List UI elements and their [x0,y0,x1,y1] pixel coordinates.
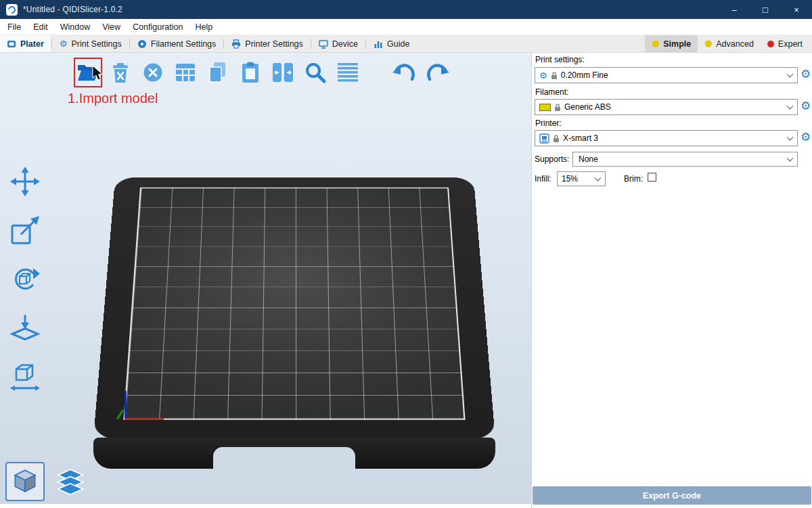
filament-value: Generic ABS [564,102,611,112]
move-button[interactable] [7,163,43,200]
menu-view[interactable]: View [96,19,127,35]
tab-separator [129,39,130,49]
print-settings-combo[interactable]: ⚙ 0.20mm Fine [535,67,798,83]
hexagon-yellow-icon [704,41,712,47]
lock-icon [553,134,560,143]
layer-lines-icon [338,63,358,82]
table-grid-icon [175,63,196,82]
supports-combo[interactable]: None [572,152,798,167]
tab-guide[interactable]: Guide [367,35,416,52]
guide-icon [374,39,383,49]
arrange-button[interactable] [173,60,198,85]
tab-filament-settings[interactable]: Filament Settings [131,35,223,52]
print-settings-value: 0.20mm Fine [561,70,608,80]
filament-gear-button[interactable]: ⚙ [800,100,811,112]
window-title: *Untitled - QIDISlicer-1.0.2 [23,5,122,14]
mode-expert[interactable]: Expert [761,35,809,52]
tab-device[interactable]: Device [312,35,365,52]
paste-button[interactable] [238,60,263,85]
delete-button[interactable] [108,60,133,85]
rotate-button[interactable] [7,260,43,298]
plater-icon [7,39,16,49]
export-gcode-button[interactable]: Export G-code [533,486,811,505]
redo-button[interactable] [425,60,449,85]
printer-combo[interactable]: X-smart 3 [535,130,798,146]
menu-configuration[interactable]: Configuration [127,19,189,35]
delete-all-button[interactable] [141,60,165,85]
brim-label: Brim: [624,174,643,184]
circle-red-icon [767,41,774,47]
maximize-button[interactable]: □ [750,0,781,19]
3d-cube-icon [11,467,39,496]
gear-icon: ⚙ [60,39,68,48]
build-plate-grid [123,188,465,420]
chevron-down-icon [787,155,794,162]
scale-icon [9,215,41,246]
title-bar: *Untitled - QIDISlicer-1.0.2 – □ × [0,0,812,19]
layers-stack-icon [55,468,86,499]
settings-sidebar: Print settings: ⚙ 0.20mm Fine ⚙ Filament… [531,53,812,508]
print-settings-label: Print settings: [535,55,585,64]
scale-button[interactable] [7,211,43,249]
place-on-face-button[interactable] [7,309,43,347]
mode-label: Advanced [716,39,754,49]
printer-gear-button[interactable]: ⚙ [800,131,811,143]
printer-icon [539,133,549,144]
tab-separator [365,39,366,49]
preview-layers-view-button[interactable] [53,466,88,501]
variable-layer-height-button[interactable] [336,60,360,85]
mode-advanced[interactable]: Advanced [698,35,761,52]
chevron-down-icon [595,175,602,182]
menu-bar: File Edit Window View Configuration Help [0,19,812,35]
chevron-down-icon [787,134,794,141]
origin-axis-x [125,418,164,420]
filament-combo[interactable]: Generic ABS [535,99,798,115]
3d-editor-view-button[interactable] [5,462,45,501]
brim-checkbox[interactable] [648,173,656,182]
tab-separator [311,39,311,49]
tab-printer-settings[interactable]: Printer Settings [225,35,309,52]
menu-edit[interactable]: Edit [27,19,54,35]
device-icon [319,39,328,49]
search-button[interactable] [303,60,328,85]
window-controls: – □ × [719,0,812,19]
plate-handle-cutout [213,447,355,469]
mode-simple[interactable]: Simple [645,35,698,52]
measure-button[interactable] [7,358,43,396]
measure-icon [9,361,41,392]
supports-label: Supports: [535,154,569,164]
import-annotation: 1.Import model [68,91,158,106]
split-button[interactable] [271,60,295,85]
move-arrows-icon [9,166,41,197]
tab-plater[interactable]: Plater [0,35,51,52]
viewport-3d[interactable]: 1.Import model [0,53,531,504]
build-plate-scene [0,53,531,504]
copy-icon [208,62,228,83]
printer-label: Printer: [535,119,562,128]
tab-label: Filament Settings [151,39,217,49]
chevron-down-icon [787,103,794,110]
printer-value: X-smart 3 [563,133,598,143]
build-plate [93,177,495,440]
tab-label: Print Settings [71,39,121,49]
menu-file[interactable]: File [1,19,27,35]
minimize-button[interactable]: – [719,0,750,19]
copy-button[interactable] [206,60,230,85]
lock-icon [554,103,561,112]
print-settings-gear-button[interactable]: ⚙ [800,68,811,80]
mouse-cursor-icon [92,65,104,81]
tab-print-settings[interactable]: ⚙ Print Settings [53,35,129,52]
lock-icon [551,71,558,80]
menu-help[interactable]: Help [189,19,219,35]
infill-label: Infill: [535,174,551,184]
redo-arrow-icon [425,62,449,83]
rotate-icon [9,263,41,295]
menu-window[interactable]: Window [54,19,96,35]
undo-button[interactable] [392,60,417,85]
tab-label: Plater [20,39,44,49]
left-toolbar [7,163,45,406]
close-button[interactable]: × [781,0,812,19]
tab-label: Guide [387,39,409,49]
printer-icon [231,39,241,49]
infill-combo[interactable]: 15% [557,171,606,186]
